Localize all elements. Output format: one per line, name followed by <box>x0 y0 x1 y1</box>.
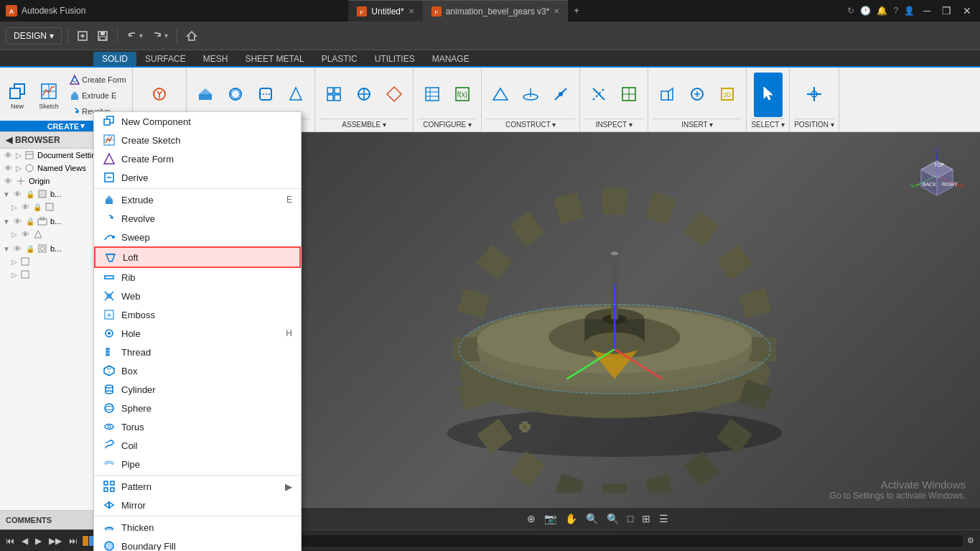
display-mode-button[interactable]: □ <box>625 511 636 526</box>
menu-derive[interactable]: Derive <box>94 168 301 187</box>
select-label[interactable]: SELECT ▾ <box>751 119 785 129</box>
lock-icon-6[interactable]: 🔒 <box>26 218 34 226</box>
eye-icon-2[interactable]: 👁 <box>3 164 13 172</box>
lock-icon-5[interactable]: 🔒 <box>33 203 42 211</box>
select-btn1[interactable] <box>754 73 783 117</box>
orbit-button[interactable]: ⊕ <box>524 511 538 526</box>
maximize-button[interactable]: ❐ <box>939 5 954 17</box>
menu-box[interactable]: Box <box>94 361 301 380</box>
construct-btn2[interactable] <box>516 73 545 117</box>
menu-boundary-fill[interactable]: Boundary Fill <box>94 537 301 551</box>
timeline-prev-button[interactable]: ◀ <box>19 534 31 547</box>
insert-btn3[interactable]: 3D <box>713 73 742 117</box>
eye-icon-1[interactable]: 👁 <box>3 151 13 159</box>
timeline-next-button[interactable]: ▶▶ <box>46 534 65 547</box>
inspect-btn1[interactable] <box>584 73 613 117</box>
user-icon[interactable]: 👤 <box>904 6 915 16</box>
construct-label[interactable]: CONSTRUCT ▾ <box>486 119 575 129</box>
eye-icon-3[interactable]: 👁 <box>3 177 13 185</box>
new-tab-button[interactable]: + <box>568 0 584 22</box>
menu-extrude[interactable]: Extrude E <box>94 190 301 209</box>
inspect-btn2[interactable] <box>615 73 643 117</box>
viewport[interactable]: X Y Z TOP RIGHT BACK Activate Windows Go… <box>215 132 980 529</box>
configure-btn2[interactable]: f(x) <box>448 73 477 117</box>
menu-torus[interactable]: Torus <box>94 417 301 436</box>
close-button[interactable]: ✕ <box>960 5 974 17</box>
modify-btn2[interactable] <box>221 73 250 117</box>
automate-button[interactable] <box>145 73 174 117</box>
tab-plastic[interactable]: PLASTIC <box>313 52 366 66</box>
menu-web[interactable]: Web <box>94 287 301 305</box>
inspect-label[interactable]: INSPECT ▾ <box>584 119 643 129</box>
design-menu-button[interactable]: DESIGN ▾ <box>6 27 62 45</box>
eye-icon-5[interactable]: 👁 <box>20 203 30 211</box>
construct-btn3[interactable] <box>546 73 575 117</box>
insert-btn2[interactable] <box>683 73 711 117</box>
menu-sphere[interactable]: Sphere <box>94 399 301 417</box>
menu-pattern[interactable]: Pattern ▶ <box>94 477 301 496</box>
new-component-button[interactable]: New <box>3 73 32 118</box>
save-button[interactable] <box>94 29 111 43</box>
tab-surface[interactable]: SURFACE <box>136 52 195 66</box>
lock-icon-4[interactable]: 🔒 <box>26 190 34 198</box>
create-form-button-ribbon[interactable]: Create Form <box>66 73 129 87</box>
tab-manage[interactable]: MANAGE <box>424 52 478 66</box>
menu-cylinder[interactable]: Cylinder <box>94 380 301 399</box>
tab-bevel[interactable]: F animation_bevel_gears v3* ✕ <box>423 0 569 22</box>
camera-button[interactable]: 📷 <box>541 511 559 526</box>
timeline-play-button[interactable]: ▶ <box>32 534 45 547</box>
help-icon[interactable]: ? <box>893 6 898 16</box>
notification-icon[interactable]: 🔔 <box>877 6 887 16</box>
position-label[interactable]: POSITION ▾ <box>794 119 834 129</box>
eye-icon-8[interactable]: 👁 <box>13 244 23 253</box>
tab-sheet-metal[interactable]: SHEET METAL <box>236 52 312 66</box>
menu-create-sketch[interactable]: Create Sketch <box>94 131 301 149</box>
new-button[interactable] <box>74 29 91 43</box>
menu-thicken[interactable]: Thicken <box>94 518 301 537</box>
assemble-btn1[interactable] <box>319 73 348 117</box>
undo-button[interactable]: ▾ <box>123 29 146 43</box>
view-cube[interactable]: X Y Z TOP RIGHT BACK <box>908 147 966 204</box>
refresh-icon[interactable]: ↻ <box>847 6 854 16</box>
pan-button[interactable]: ✋ <box>562 511 580 526</box>
tab-untitled[interactable]: F Untitled* ✕ <box>348 0 422 22</box>
menu-revolve[interactable]: Revolve <box>94 209 301 228</box>
redo-button[interactable]: ▾ <box>149 29 171 43</box>
modify-btn4[interactable] <box>281 73 310 117</box>
lock-icon-8[interactable]: 🔒 <box>26 245 34 253</box>
tab-utilities[interactable]: UTILITIES <box>366 52 424 66</box>
construct-btn1[interactable] <box>486 73 515 117</box>
tab-mesh[interactable]: MESH <box>195 52 237 66</box>
menu-mirror[interactable]: Mirror <box>94 496 301 514</box>
tab-solid[interactable]: SOLID <box>93 52 136 66</box>
menu-create-form[interactable]: Create Form <box>94 149 301 168</box>
assemble-btn3[interactable] <box>380 73 409 117</box>
timeline-end-button[interactable]: ⏭ <box>66 534 80 547</box>
fit-button[interactable]: 🔍 <box>604 511 622 526</box>
browser-collapse-icon[interactable]: ◀ <box>6 135 12 145</box>
insert-label[interactable]: INSERT ▾ <box>653 119 742 129</box>
menu-new-component[interactable]: New Component <box>94 112 301 131</box>
assemble-btn2[interactable] <box>350 73 378 117</box>
home-button[interactable] <box>183 29 200 43</box>
minimize-button[interactable]: ─ <box>920 5 933 17</box>
extrude-button-ribbon[interactable]: Extrude E <box>66 88 129 103</box>
menu-coil[interactable]: Coil <box>94 436 301 455</box>
grid-button[interactable]: ⊞ <box>639 511 653 526</box>
zoom-button[interactable]: 🔍 <box>583 511 601 526</box>
timeline-start-button[interactable]: ⏮ <box>3 534 17 547</box>
menu-loft[interactable]: Loft <box>94 246 301 268</box>
tab-close-untitled[interactable]: ✕ <box>409 7 414 15</box>
menu-sweep[interactable]: Sweep <box>94 228 301 246</box>
eye-icon-6[interactable]: 👁 <box>13 217 23 226</box>
modify-btn1[interactable] <box>191 73 220 117</box>
menu-rib[interactable]: Rib <box>94 268 301 287</box>
position-btn1[interactable] <box>800 73 829 117</box>
insert-btn1[interactable] <box>653 73 681 117</box>
menu-hole[interactable]: Hole H <box>94 324 301 343</box>
menu-pipe[interactable]: Pipe <box>94 455 301 473</box>
configure-label[interactable]: CONFIGURE ▾ <box>418 119 477 129</box>
modify-btn3[interactable] <box>251 73 280 117</box>
eye-icon-7[interactable]: 👁 <box>20 230 30 239</box>
menu-emboss[interactable]: A Emboss <box>94 305 301 324</box>
